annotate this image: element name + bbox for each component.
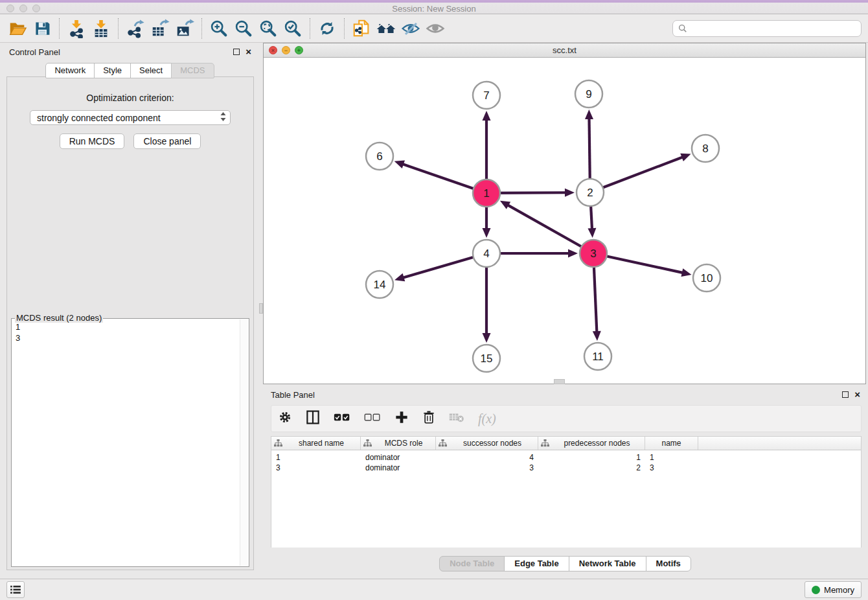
column-header-name[interactable]: name	[645, 437, 698, 450]
edge-arrowhead	[568, 249, 578, 258]
edge-arrowhead	[483, 111, 491, 121]
import-network-icon	[67, 19, 86, 38]
columns-button[interactable]	[306, 410, 320, 428]
unselect-all-button[interactable]	[364, 413, 381, 424]
close-panel-icon[interactable]: ×	[246, 49, 251, 55]
graph-edge[interactable]	[507, 205, 593, 253]
home-view-button[interactable]	[374, 16, 398, 41]
search-input[interactable]	[691, 23, 856, 33]
edge-arrowhead	[585, 110, 593, 119]
float-panel-icon[interactable]	[233, 49, 240, 55]
column-header-shared-name[interactable]: shared name	[271, 437, 361, 450]
tab-edge-table[interactable]: Edge Table	[504, 556, 569, 571]
export-network-button[interactable]	[123, 16, 148, 41]
search-field[interactable]	[672, 20, 862, 37]
save-icon	[33, 19, 51, 38]
tab-network-table[interactable]: Network Table	[569, 556, 646, 571]
zoom-selected-button[interactable]	[280, 16, 305, 41]
float-table-panel-icon[interactable]	[842, 391, 849, 398]
status-bar: Memory	[0, 579, 868, 600]
column-header-successor-nodes[interactable]: successor nodes	[436, 437, 538, 450]
criterion-select[interactable]: strongly connected component	[30, 110, 231, 125]
task-history-button[interactable]	[6, 581, 25, 598]
tab-network[interactable]: Network	[45, 63, 95, 78]
tab-style[interactable]: Style	[94, 63, 131, 78]
edge-arrowhead	[394, 273, 405, 281]
delete-table-button[interactable]	[449, 411, 464, 426]
hide-selected-button[interactable]	[398, 16, 423, 41]
table-panel-header: Table Panel ×	[263, 386, 868, 404]
network-canvas[interactable]: 7968124314101511	[264, 58, 865, 384]
table-body: 1dominator4113dominator323	[271, 450, 861, 473]
table-cell: 2	[538, 463, 645, 472]
clone-network-button[interactable]	[349, 16, 374, 41]
save-session-button[interactable]	[30, 16, 54, 41]
toolbar-separator	[310, 18, 310, 39]
network-window-titlebar[interactable]: × − + scc.txt	[264, 43, 865, 58]
refresh-icon	[318, 19, 336, 38]
table-row[interactable]: 3dominator323	[271, 463, 861, 473]
graph-node-label: 10	[701, 272, 713, 284]
network-scroll-handle[interactable]	[554, 379, 565, 384]
gear-button[interactable]	[278, 410, 292, 427]
close-panel-button[interactable]: Close panel	[133, 133, 201, 149]
memory-label: Memory	[824, 585, 854, 595]
tab-motifs[interactable]: Motifs	[646, 556, 691, 571]
import-network-button[interactable]	[64, 16, 89, 41]
zoom-fit-button[interactable]	[256, 16, 280, 41]
column-header-predecessor-nodes[interactable]: predecessor nodes	[538, 437, 645, 450]
export-table-button[interactable]	[148, 16, 172, 41]
gear-icon	[278, 410, 292, 424]
import-table-icon	[91, 19, 111, 38]
home-icon	[376, 19, 396, 38]
graph-node-label: 6	[376, 150, 382, 163]
add-row-button[interactable]	[394, 410, 409, 427]
memory-button[interactable]: Memory	[805, 581, 862, 598]
export-image-icon	[175, 19, 194, 38]
trash-icon	[422, 410, 435, 424]
unselect-all-icon	[364, 413, 381, 422]
table-cell: dominator	[361, 453, 436, 462]
export-image-button[interactable]	[172, 16, 197, 41]
show-eye-button[interactable]	[423, 16, 448, 41]
close-table-panel-icon[interactable]: ×	[854, 391, 860, 398]
tab-mcds[interactable]: MCDS	[171, 63, 214, 78]
import-table-button[interactable]	[89, 16, 113, 41]
control-panel: Control Panel × NetworkStyleSelectMCDS O…	[1, 43, 259, 578]
graph-node-label: 9	[586, 88, 591, 100]
network-graph[interactable]: 7968124314101511	[264, 58, 865, 384]
function-builder-button[interactable]: f(x)	[478, 411, 496, 426]
table-row[interactable]: 1dominator411	[271, 452, 861, 463]
zoom-out-button[interactable]	[231, 16, 256, 41]
control-panel-title: Control Panel	[9, 47, 60, 57]
control-panel-header: Control Panel ×	[1, 43, 259, 61]
zoom-in-icon	[209, 19, 229, 38]
select-all-button[interactable]	[334, 413, 350, 424]
export-network-icon	[126, 19, 145, 38]
result-scrollbar[interactable]	[240, 319, 248, 566]
edge-arrowhead	[681, 268, 692, 277]
graph-node-label: 11	[592, 351, 604, 363]
graph-node-label: 15	[481, 352, 493, 365]
zoom-in-button[interactable]	[207, 16, 231, 41]
zoom-selected-icon	[283, 19, 303, 38]
tab-select[interactable]: Select	[130, 63, 172, 78]
graph-edge[interactable]	[590, 157, 683, 192]
run-mcds-button[interactable]: Run MCDS	[60, 133, 125, 149]
tab-node-table[interactable]: Node Table	[439, 556, 505, 571]
table-panel: Table Panel ×	[263, 386, 868, 577]
select-all-icon	[334, 413, 350, 422]
delete-row-button[interactable]	[422, 410, 435, 427]
table-tabs: Node TableEdge TableNetwork TableMotifs	[263, 556, 868, 571]
edge-arrowhead	[483, 228, 491, 238]
control-panel-tabs: NetworkStyleSelectMCDS	[1, 63, 259, 78]
table-cell: 1	[645, 453, 698, 462]
mcds-result-text[interactable]: 1 3	[13, 321, 238, 565]
column-header-mcds-role[interactable]: MCDS role	[361, 437, 436, 450]
refresh-layout-button[interactable]	[315, 16, 339, 41]
select-chevrons-icon	[220, 112, 226, 123]
table-panel-title: Table Panel	[271, 390, 315, 400]
open-session-button[interactable]	[5, 16, 30, 41]
edge-arrowhead	[593, 331, 601, 341]
edge-arrowhead	[680, 154, 691, 161]
